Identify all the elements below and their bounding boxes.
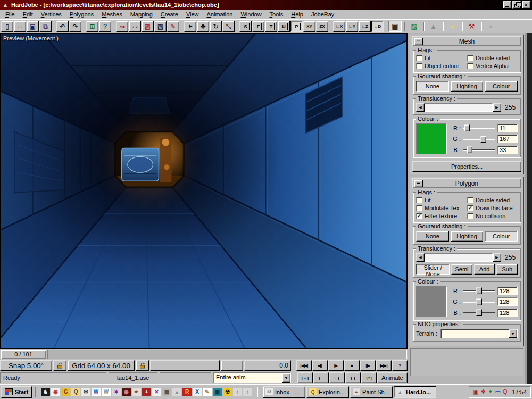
grid-button[interactable]: Grid 64.00 x 64.00: [68, 360, 135, 371]
menu-meshes[interactable]: Meshes: [98, 10, 127, 19]
polygon-double-sided-checkbox[interactable]: Double sided: [467, 197, 518, 203]
menu-edit[interactable]: Edit: [19, 10, 37, 19]
inbox-qicon[interactable]: ✉: [81, 388, 90, 396]
volume-icon[interactable]: ♪: [233, 388, 242, 396]
menu-window[interactable]: Window: [237, 10, 265, 19]
cone-app-icon[interactable]: ▲: [172, 388, 181, 396]
wheel-logo-icon[interactable]: ◉: [51, 388, 60, 396]
mesh-b-slider[interactable]: [463, 145, 495, 154]
menu-joberay[interactable]: JobeRay: [307, 10, 338, 19]
polygon-r-slider[interactable]: [463, 286, 495, 295]
scroll-track[interactable]: [425, 103, 493, 112]
mesh-colour-swatch[interactable]: [416, 123, 447, 154]
mesh-rollout-header[interactable]: − Mesh: [412, 36, 521, 46]
terrain-combo[interactable]: ▼: [440, 329, 518, 338]
dark-horse-icon[interactable]: ♞: [41, 388, 50, 396]
help-box-button[interactable]: ?: [99, 21, 111, 32]
undo-button[interactable]: ↶: [56, 21, 69, 32]
mode-p-button[interactable]: P: [290, 21, 303, 32]
tray-find-icon[interactable]: Q: [503, 388, 508, 395]
mesh-vertex-alpha-checkbox[interactable]: Vertex Alpha: [467, 63, 518, 69]
polygon-blend-add-button[interactable]: Add: [474, 264, 495, 275]
chevron-down-icon[interactable]: ▼: [282, 373, 290, 383]
snap-lock-button[interactable]: [53, 360, 66, 371]
menu-mapping[interactable]: Mapping: [127, 10, 157, 19]
polygon-gouraud-none-button[interactable]: None: [416, 231, 449, 242]
scroll-right-button[interactable]: ▶: [493, 103, 501, 112]
paint-icon[interactable]: ✒: [132, 388, 141, 396]
checkbox-box[interactable]: [416, 197, 422, 203]
polygon-blend-sub-button[interactable]: Sub: [496, 264, 518, 275]
redo-button[interactable]: ↷: [69, 21, 81, 32]
animate-button[interactable]: Animate: [377, 372, 408, 383]
lock-x-button[interactable]: ∟X: [333, 21, 345, 32]
hammer-tool-button[interactable]: ⚒: [465, 21, 478, 32]
mesh-translucency-scrollbar[interactable]: ◀ ▶: [416, 103, 501, 112]
menu-create[interactable]: Create: [157, 10, 182, 19]
slider-thumb[interactable]: [467, 146, 472, 153]
scroll-left-button[interactable]: ◀: [416, 253, 425, 262]
polygon-shape-button[interactable]: ▱: [129, 21, 141, 32]
slider-thumb[interactable]: [476, 298, 482, 305]
lock-y-button[interactable]: ∟Y: [346, 21, 358, 32]
step-forward-button[interactable]: |▶: [360, 360, 376, 371]
texture-image-button[interactable]: ▨: [142, 21, 154, 32]
viewport-3d[interactable]: Preview (Movement ): [0, 33, 408, 349]
range-end-button[interactable]: ··]: [329, 372, 345, 383]
cube-button[interactable]: ▧: [154, 21, 167, 32]
frame-track[interactable]: [47, 350, 407, 359]
mesh-gouraud-colour-button[interactable]: Colour: [485, 81, 518, 92]
game-icon[interactable]: G: [61, 388, 70, 396]
polygon-colour-swatch[interactable]: [416, 286, 447, 317]
xcd-icon[interactable]: X: [193, 388, 202, 396]
anim-range-combo[interactable]: Entire anim ▼: [213, 372, 291, 383]
transport-help-button[interactable]: ?: [392, 360, 408, 371]
range-help-button[interactable]: [?]: [361, 372, 377, 383]
task-inbox[interactable]: ✉Inbox - ...: [263, 386, 305, 398]
start-button[interactable]: Start: [1, 386, 32, 398]
select-arrow-button[interactable]: ➤: [184, 21, 196, 32]
mesh-object-colour-checkbox[interactable]: Object colour: [416, 63, 466, 69]
mesh-g-slider[interactable]: [463, 135, 495, 144]
mesh-lit-checkbox[interactable]: Lit: [416, 55, 466, 61]
polygon-filter-texture-checkbox[interactable]: ✓Filter texture: [416, 213, 466, 219]
mesh-gouraud-none-button[interactable]: None: [416, 81, 449, 92]
task-explorin[interactable]: QExplorin...: [306, 386, 349, 398]
lock-z-button[interactable]: ∟Z: [359, 21, 371, 32]
snap-button[interactable]: Snap 5.00°: [0, 360, 52, 371]
eye-icon[interactable]: ◉: [122, 388, 131, 396]
polygon-b-value[interactable]: 128: [497, 309, 518, 317]
polygon-blend-semi-button[interactable]: Semi: [451, 264, 472, 275]
range-start-button[interactable]: [··: [313, 372, 329, 383]
plane-zx-button[interactable]: ZX: [316, 21, 328, 32]
open-folder-button[interactable]: ▱: [14, 21, 26, 32]
save-button[interactable]: ▣: [27, 21, 39, 32]
play-button[interactable]: ▶: [328, 360, 344, 371]
polygon-modulate-tex-checkbox[interactable]: Modulate Tex.: [416, 205, 466, 211]
scroll-track[interactable]: [425, 253, 493, 262]
polygon-collapse-button[interactable]: −: [414, 180, 423, 187]
notes-button[interactable]: ▤: [388, 21, 402, 32]
panel-scrollbar[interactable]: [525, 33, 532, 384]
slider-thumb[interactable]: [464, 124, 470, 131]
radiation-icon[interactable]: ☢: [223, 388, 232, 396]
checkbox-box[interactable]: [416, 55, 422, 61]
starburst-icon[interactable]: ✶: [112, 388, 121, 396]
hierarchy-button[interactable]: ⊞: [86, 21, 98, 32]
spray-button[interactable]: ✎: [167, 21, 179, 32]
checkbox-box[interactable]: ✓: [416, 213, 422, 219]
checkbox-box[interactable]: [416, 205, 422, 211]
menu-animation[interactable]: Animation: [203, 10, 237, 19]
mesh-collapse-button[interactable]: −: [414, 38, 423, 45]
sphere-tool-button[interactable]: ●: [484, 21, 497, 32]
grid-lock-button[interactable]: [136, 360, 149, 371]
mesh-double-sided-checkbox[interactable]: Double sided: [467, 55, 518, 61]
minimize-button[interactable]: [503, 1, 511, 9]
lock-d-button[interactable]: ∟D: [371, 21, 384, 32]
polygon-lit-checkbox[interactable]: Lit: [416, 197, 466, 203]
light-tool-button[interactable]: ●: [446, 21, 459, 32]
checkbox-box[interactable]: [467, 197, 473, 203]
menu-view[interactable]: View: [182, 10, 203, 19]
image-viewer-button[interactable]: ▨: [408, 21, 421, 32]
mesh-r-slider[interactable]: [463, 123, 495, 132]
